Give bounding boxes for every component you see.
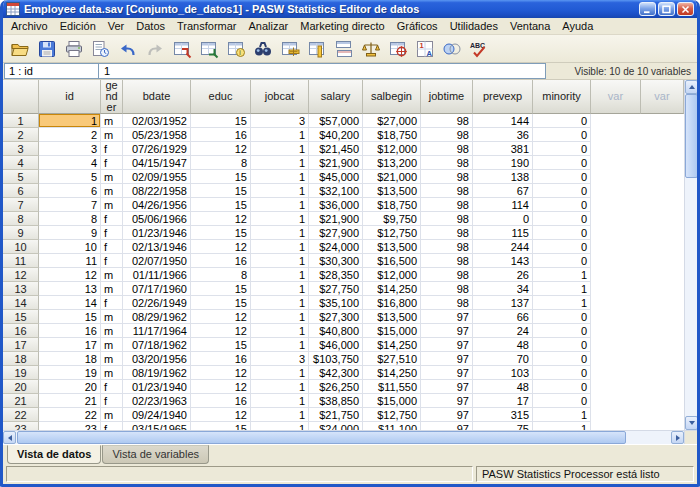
cell-empty[interactable]: [591, 128, 641, 142]
cell-empty[interactable]: [591, 268, 641, 282]
cell[interactable]: 3: [251, 114, 309, 128]
cell[interactable]: $21,000: [363, 170, 421, 184]
cell[interactable]: 1: [251, 184, 309, 198]
cell[interactable]: m: [101, 408, 123, 422]
cell[interactable]: $28,350: [309, 268, 363, 282]
cell[interactable]: 315: [473, 408, 533, 422]
cell[interactable]: 22: [39, 408, 101, 422]
cell[interactable]: 12: [191, 380, 251, 394]
cell-empty[interactable]: [591, 170, 641, 184]
cell[interactable]: f: [101, 212, 123, 226]
cell-empty[interactable]: [591, 296, 641, 310]
cell[interactable]: $24,000: [309, 240, 363, 254]
cell[interactable]: $27,750: [309, 282, 363, 296]
split-file-icon[interactable]: [331, 37, 357, 61]
scroll-left-button[interactable]: [3, 431, 16, 444]
undo-icon[interactable]: [115, 37, 141, 61]
cell-empty[interactable]: [641, 254, 684, 268]
column-header-var[interactable]: var: [591, 80, 641, 114]
cell[interactable]: 0: [533, 324, 591, 338]
cell[interactable]: 98: [421, 170, 473, 184]
cell[interactable]: $15,000: [363, 324, 421, 338]
cell-empty[interactable]: [641, 156, 684, 170]
vertical-scrollbar-thumb[interactable]: [685, 94, 697, 178]
insert-cases-icon[interactable]: [277, 37, 303, 61]
cell[interactable]: 137: [473, 296, 533, 310]
cell[interactable]: 0: [533, 212, 591, 226]
cell[interactable]: $11,100: [363, 422, 421, 430]
row-header[interactable]: 13: [3, 282, 39, 296]
column-header-salbegin[interactable]: salbegin: [363, 80, 421, 114]
cell-empty[interactable]: [591, 142, 641, 156]
titlebar[interactable]: Employee data.sav [Conjunto_de_datos1] -…: [3, 0, 697, 18]
cell[interactable]: 97: [421, 338, 473, 352]
cell[interactable]: m: [101, 128, 123, 142]
menu-marketing-directo[interactable]: Marketing directo: [294, 18, 390, 34]
scroll-right-button[interactable]: [671, 431, 684, 444]
cell[interactable]: $27,000: [363, 114, 421, 128]
cell[interactable]: 0: [533, 198, 591, 212]
cell-empty[interactable]: [641, 310, 684, 324]
cell[interactable]: 190: [473, 156, 533, 170]
cell[interactable]: 02/13/1946: [123, 240, 191, 254]
cell[interactable]: 0: [533, 226, 591, 240]
cell[interactable]: 15: [191, 282, 251, 296]
cell-empty[interactable]: [591, 366, 641, 380]
cell[interactable]: 1: [533, 408, 591, 422]
cell[interactable]: 48: [473, 380, 533, 394]
cell[interactable]: 1: [251, 198, 309, 212]
goto-case-icon[interactable]: [169, 37, 195, 61]
cell[interactable]: 3: [39, 142, 101, 156]
cell[interactable]: $40,800: [309, 324, 363, 338]
cell[interactable]: 0: [473, 212, 533, 226]
cell[interactable]: 12: [191, 240, 251, 254]
cell[interactable]: 15: [191, 226, 251, 240]
cell[interactable]: 02/09/1955: [123, 170, 191, 184]
cell[interactable]: 11/17/1964: [123, 324, 191, 338]
cell[interactable]: $16,500: [363, 254, 421, 268]
cell[interactable]: 9: [39, 226, 101, 240]
cell-empty[interactable]: [591, 422, 641, 430]
cell-empty[interactable]: [591, 184, 641, 198]
cell[interactable]: $35,100: [309, 296, 363, 310]
cell[interactable]: 0: [533, 338, 591, 352]
cell[interactable]: m: [101, 310, 123, 324]
cell[interactable]: 26: [473, 268, 533, 282]
row-header[interactable]: 23: [3, 422, 39, 430]
cell-empty[interactable]: [641, 394, 684, 408]
cell[interactable]: 0: [533, 352, 591, 366]
cell[interactable]: 12: [191, 324, 251, 338]
cell[interactable]: $18,750: [363, 128, 421, 142]
weight-cases-icon[interactable]: [358, 37, 384, 61]
cell-empty[interactable]: [641, 268, 684, 282]
cell[interactable]: 36: [473, 128, 533, 142]
find-icon[interactable]: [250, 37, 276, 61]
value-labels-icon[interactable]: 1A: [412, 37, 438, 61]
menu-edicion[interactable]: Edición: [54, 18, 102, 34]
menu-datos[interactable]: Datos: [130, 18, 171, 34]
cell[interactable]: $30,300: [309, 254, 363, 268]
cell[interactable]: $16,800: [363, 296, 421, 310]
cell[interactable]: 114: [473, 198, 533, 212]
cell[interactable]: 1: [251, 394, 309, 408]
cell[interactable]: $103,750: [309, 352, 363, 366]
cell[interactable]: 66: [473, 310, 533, 324]
cell[interactable]: 20: [39, 380, 101, 394]
cell-empty[interactable]: [591, 198, 641, 212]
use-variable-sets-icon[interactable]: [439, 37, 465, 61]
cell[interactable]: 1: [533, 268, 591, 282]
row-header[interactable]: 8: [3, 212, 39, 226]
column-header-educ[interactable]: educ: [191, 80, 251, 114]
column-header-salary[interactable]: salary: [309, 80, 363, 114]
row-header[interactable]: 4: [3, 156, 39, 170]
cell[interactable]: f: [101, 422, 123, 430]
cell[interactable]: $26,250: [309, 380, 363, 394]
cell[interactable]: $9,750: [363, 212, 421, 226]
cell[interactable]: 5: [39, 170, 101, 184]
scroll-down-button[interactable]: [685, 416, 697, 430]
cell[interactable]: 1: [251, 296, 309, 310]
minimize-button[interactable]: [639, 2, 656, 16]
cell-empty[interactable]: [641, 184, 684, 198]
cell[interactable]: $12,750: [363, 408, 421, 422]
cell[interactable]: $13,500: [363, 310, 421, 324]
